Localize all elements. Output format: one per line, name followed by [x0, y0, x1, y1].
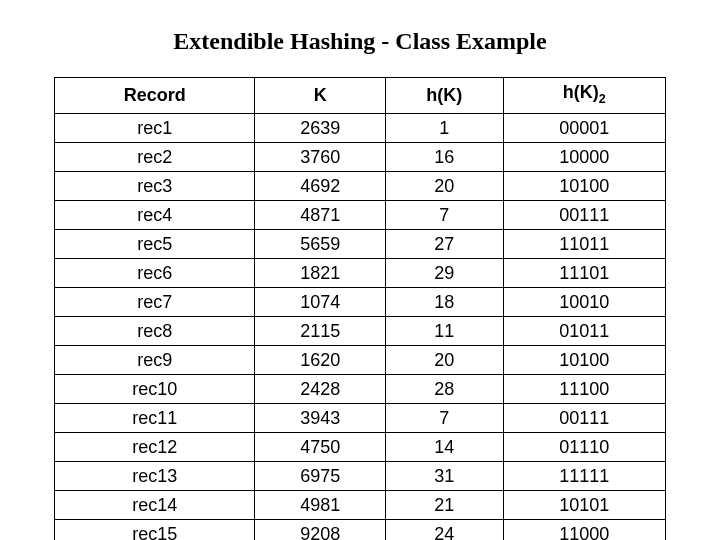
table-row: rec821151101011 — [55, 316, 666, 345]
cell-hk: 18 — [385, 287, 503, 316]
cell-hk2: 10101 — [503, 490, 665, 519]
cell-hk2: 11111 — [503, 461, 665, 490]
cell-hk2: 11100 — [503, 374, 665, 403]
cell-k: 4871 — [255, 200, 386, 229]
cell-record: rec8 — [55, 316, 255, 345]
header-record: Record — [55, 78, 255, 114]
cell-record: rec2 — [55, 142, 255, 171]
cell-k: 3760 — [255, 142, 386, 171]
cell-record: rec1 — [55, 113, 255, 142]
cell-k: 6975 — [255, 461, 386, 490]
cell-k: 5659 — [255, 229, 386, 258]
cell-k: 1074 — [255, 287, 386, 316]
table-row: rec1449812110101 — [55, 490, 666, 519]
cell-record: rec3 — [55, 171, 255, 200]
cell-record: rec12 — [55, 432, 255, 461]
cell-hk: 21 — [385, 490, 503, 519]
cell-record: rec4 — [55, 200, 255, 229]
table-row: rec916202010100 — [55, 345, 666, 374]
cell-hk2: 10000 — [503, 142, 665, 171]
cell-hk: 20 — [385, 345, 503, 374]
cell-hk2: 11000 — [503, 519, 665, 540]
cell-hk: 20 — [385, 171, 503, 200]
table-header-row: Record K h(K) h(K)2 — [55, 78, 666, 114]
cell-hk2: 10010 — [503, 287, 665, 316]
table-row: rec1592082411000 — [55, 519, 666, 540]
cell-k: 2639 — [255, 113, 386, 142]
cell-hk: 14 — [385, 432, 503, 461]
cell-hk: 7 — [385, 200, 503, 229]
cell-record: rec15 — [55, 519, 255, 540]
table-row: rec1247501401110 — [55, 432, 666, 461]
cell-hk: 7 — [385, 403, 503, 432]
cell-k: 4981 — [255, 490, 386, 519]
table-row: rec12639100001 — [55, 113, 666, 142]
cell-hk2: 11011 — [503, 229, 665, 258]
table-row: rec1369753111111 — [55, 461, 666, 490]
cell-record: rec10 — [55, 374, 255, 403]
cell-k: 4692 — [255, 171, 386, 200]
cell-k: 1821 — [255, 258, 386, 287]
cell-hk2: 11101 — [503, 258, 665, 287]
table-row: rec556592711011 — [55, 229, 666, 258]
cell-k: 4750 — [255, 432, 386, 461]
cell-record: rec5 — [55, 229, 255, 258]
cell-record: rec6 — [55, 258, 255, 287]
cell-hk: 16 — [385, 142, 503, 171]
cell-hk: 1 — [385, 113, 503, 142]
table-row: rec44871700111 — [55, 200, 666, 229]
cell-hk: 31 — [385, 461, 503, 490]
header-k: K — [255, 78, 386, 114]
cell-hk2: 10100 — [503, 345, 665, 374]
header-hk2: h(K)2 — [503, 78, 665, 114]
cell-record: rec9 — [55, 345, 255, 374]
table-body: rec12639100001rec237601610000rec34692201… — [55, 113, 666, 540]
cell-hk: 11 — [385, 316, 503, 345]
cell-k: 9208 — [255, 519, 386, 540]
table-row: rec346922010100 — [55, 171, 666, 200]
table-row: rec1024282811100 — [55, 374, 666, 403]
cell-k: 2115 — [255, 316, 386, 345]
header-hk2-base: h(K) — [563, 82, 599, 102]
cell-hk2: 10100 — [503, 171, 665, 200]
cell-record: rec13 — [55, 461, 255, 490]
hash-table: Record K h(K) h(K)2 rec12639100001rec237… — [54, 77, 666, 540]
table-row: rec113943700111 — [55, 403, 666, 432]
cell-record: rec14 — [55, 490, 255, 519]
page-title: Extendible Hashing - Class Example — [54, 28, 666, 55]
cell-record: rec7 — [55, 287, 255, 316]
cell-k: 2428 — [255, 374, 386, 403]
cell-k: 1620 — [255, 345, 386, 374]
cell-hk2: 01110 — [503, 432, 665, 461]
header-hk: h(K) — [385, 78, 503, 114]
cell-hk: 24 — [385, 519, 503, 540]
cell-hk: 28 — [385, 374, 503, 403]
cell-k: 3943 — [255, 403, 386, 432]
cell-hk: 29 — [385, 258, 503, 287]
cell-hk2: 00111 — [503, 200, 665, 229]
cell-hk: 27 — [385, 229, 503, 258]
cell-hk2: 00111 — [503, 403, 665, 432]
table-row: rec237601610000 — [55, 142, 666, 171]
cell-hk2: 01011 — [503, 316, 665, 345]
header-hk2-sub: 2 — [599, 92, 606, 106]
table-row: rec618212911101 — [55, 258, 666, 287]
table-row: rec710741810010 — [55, 287, 666, 316]
cell-record: rec11 — [55, 403, 255, 432]
cell-hk2: 00001 — [503, 113, 665, 142]
